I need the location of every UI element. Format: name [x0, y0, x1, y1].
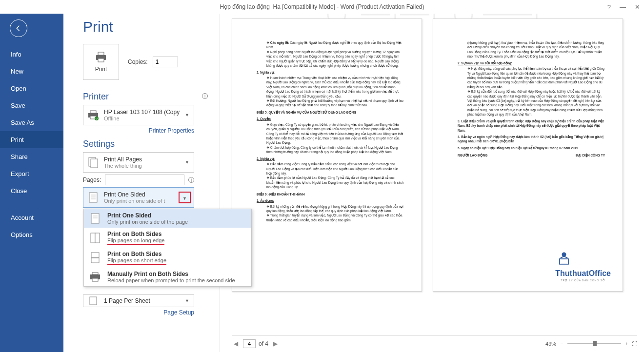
- zoom-in-icon[interactable]: +: [625, 341, 628, 347]
- window-title: Hợp đồng lao động_Ha [Compatibility Mode…: [220, 3, 424, 10]
- copies-label: Copies:: [128, 59, 148, 65]
- info-icon[interactable]: i: [202, 93, 208, 99]
- help-icon[interactable]: ?: [607, 3, 611, 11]
- page-setup-link[interactable]: Page Setup: [83, 309, 194, 316]
- svg-point-8: [95, 117, 99, 120]
- zoom-slider[interactable]: [567, 343, 621, 344]
- preview-page: Các ngày lễ: Các ngày lễ: Người lao Động…: [232, 19, 422, 292]
- printer-properties-link[interactable]: Printer Properties: [83, 127, 194, 134]
- pages-icon: [86, 156, 100, 168]
- sidebar-item-info[interactable]: Info: [0, 46, 63, 63]
- svg-rect-23: [92, 273, 98, 274]
- printer-section-title: Printer: [83, 92, 109, 102]
- one-sided-icon: [86, 191, 100, 204]
- svg-rect-20: [91, 253, 99, 257]
- svg-rect-19: [95, 233, 100, 243]
- sides-dropdown-menu: Print One Sided Only print on one side o…: [83, 209, 252, 287]
- page-count-label: of 4: [259, 340, 268, 347]
- sidebar-item-account[interactable]: Account: [0, 209, 63, 226]
- chevron-down-icon: ▼: [183, 160, 191, 165]
- svg-rect-15: [91, 214, 99, 223]
- minimize-icon[interactable]: —: [620, 3, 626, 11]
- copies-input[interactable]: [153, 57, 178, 67]
- printer-icon: [86, 110, 100, 120]
- sidebar-item-export[interactable]: Export: [0, 165, 63, 182]
- print-range-dropdown[interactable]: Print All Pages The whole thing ▼: [83, 152, 194, 173]
- svg-rect-3: [98, 52, 104, 55]
- svg-rect-10: [91, 159, 98, 168]
- pages-label: Pages:: [83, 176, 101, 183]
- print-button[interactable]: Print: [83, 44, 119, 80]
- back-button[interactable]: [10, 20, 27, 37]
- chevron-down-icon: ▼: [183, 298, 191, 303]
- watermark-logo: ThuthuatOffice TRỢ LÝ CỦA DÂN CÔNG SỞ: [555, 250, 611, 282]
- sides-dropdown[interactable]: Print One Sided Only print on one side o…: [83, 187, 194, 208]
- sidebar-item-close[interactable]: Close: [0, 182, 63, 199]
- svg-rect-6: [90, 111, 96, 113]
- backstage-sidebar: Info New Open Save Save As Print Share E…: [0, 14, 63, 352]
- svg-rect-27: [560, 259, 568, 264]
- titlebar: Hợp đồng lao động_Ha [Compatibility Mode…: [0, 0, 644, 14]
- printer-dropdown[interactable]: HP Laser 103 107 108 (Copy 1) Offline ▼: [83, 105, 194, 125]
- option-one-sided[interactable]: Print One Sided Only print on one side o…: [84, 209, 251, 228]
- svg-rect-4: [98, 59, 104, 62]
- option-both-sides-short[interactable]: Print on Both Sides Flip pages on short …: [84, 248, 251, 268]
- prev-page-icon[interactable]: ◀: [232, 340, 240, 347]
- sidebar-item-print[interactable]: Print: [0, 131, 63, 148]
- sheet-icon: [86, 296, 100, 306]
- fit-page-icon[interactable]: ⛶: [632, 341, 637, 347]
- sidebar-item-share[interactable]: Share: [0, 148, 63, 165]
- svg-rect-18: [91, 233, 95, 243]
- zoom-value: 49%: [545, 341, 556, 347]
- svg-rect-21: [91, 258, 99, 263]
- print-preview: Các ngày lễ: Các ngày lễ: Người lao Động…: [220, 14, 644, 352]
- svg-rect-24: [92, 278, 98, 281]
- info-icon[interactable]: i: [188, 177, 194, 183]
- chevron-down-icon: ▼: [183, 113, 191, 117]
- option-both-sides-long[interactable]: Print on Both Sides Flip pages on long e…: [84, 228, 251, 248]
- settings-section-title: Settings: [83, 139, 208, 149]
- svg-rect-11: [89, 193, 97, 202]
- pages-per-sheet-dropdown[interactable]: 1 Page Per Sheet ▼: [83, 294, 194, 307]
- sidebar-item-options[interactable]: Options: [0, 226, 63, 243]
- sidebar-item-open[interactable]: Open: [0, 80, 63, 97]
- print-heading: Print: [83, 19, 208, 35]
- sidebar-item-new[interactable]: New: [0, 63, 63, 80]
- chevron-down-icon: ▼: [179, 192, 191, 203]
- close-icon[interactable]: ✕: [635, 3, 640, 11]
- zoom-out-icon[interactable]: −: [560, 341, 563, 347]
- next-page-icon[interactable]: ▶: [271, 340, 280, 347]
- sidebar-item-saveas[interactable]: Save As: [0, 114, 63, 131]
- preview-page: (nhưng không giới hạn) thư giao nhiệm vụ…: [433, 19, 623, 292]
- option-manual-both-sides[interactable]: Manually Print on Both Sides Reload pape…: [84, 268, 251, 286]
- sidebar-item-save[interactable]: Save: [0, 97, 63, 114]
- svg-rect-25: [90, 297, 97, 305]
- current-page-input[interactable]: [243, 339, 256, 348]
- pages-input[interactable]: [105, 175, 184, 185]
